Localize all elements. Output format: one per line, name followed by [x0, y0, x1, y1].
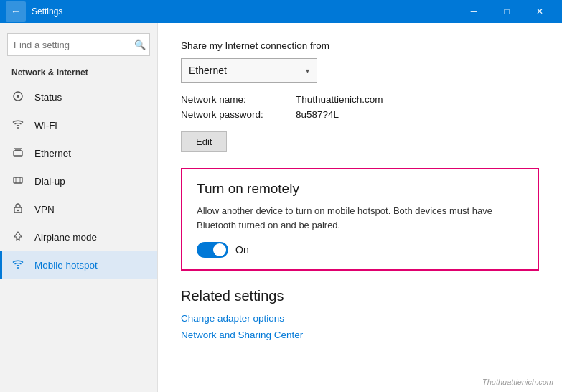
dialup-icon — [11, 174, 24, 188]
sidebar-item-hotspot[interactable]: Mobile hotspot — [0, 251, 157, 279]
sidebar-item-label: Ethernet — [34, 148, 71, 159]
remote-title: Turn on remotely — [197, 181, 523, 197]
sidebar-item-wifi[interactable]: Wi-Fi — [0, 111, 157, 139]
ethernet-dropdown[interactable]: Ethernet ▾ — [181, 58, 317, 83]
sidebar-item-ethernet[interactable]: Ethernet — [0, 139, 157, 167]
sidebar-item-vpn[interactable]: VPN — [0, 195, 157, 223]
svg-point-13 — [17, 267, 19, 269]
sidebar-item-status[interactable]: Status — [0, 83, 157, 111]
toggle-knob — [213, 243, 226, 256]
content-panel: Share my Internet connection from Ethern… — [158, 23, 562, 392]
remote-description: Allow another device to turn on mobile h… — [197, 204, 523, 232]
airplane-icon — [11, 230, 24, 244]
main-layout: 🔍 Network & Internet Status Wi-Fi — [0, 23, 562, 392]
sidebar-item-label: Wi-Fi — [34, 120, 57, 131]
network-password-label: Network password: — [181, 109, 296, 120]
sidebar-item-label: Dial-up — [34, 176, 65, 187]
network-name-label: Network name: — [181, 94, 296, 105]
toggle-row: On — [197, 242, 523, 258]
chevron-down-icon: ▾ — [306, 67, 309, 75]
dropdown-value: Ethernet — [189, 65, 227, 76]
wifi-icon — [11, 118, 24, 132]
related-settings-title: Related settings — [181, 288, 539, 304]
title-bar: ← Settings ─ □ ✕ — [0, 0, 562, 23]
svg-point-12 — [17, 210, 19, 211]
vpn-icon — [11, 202, 24, 216]
back-button[interactable]: ← — [6, 1, 26, 22]
change-adapter-options-link[interactable]: Change adapter options — [181, 313, 539, 324]
sidebar-item-label: Status — [34, 92, 62, 103]
watermark: Thuthuattienich.com — [482, 378, 553, 386]
sidebar-item-dialup[interactable]: Dial-up — [0, 167, 157, 195]
share-label: Share my Internet connection from — [181, 40, 539, 51]
sidebar: 🔍 Network & Internet Status Wi-Fi — [0, 23, 158, 392]
network-password-value: 8u587?4L — [296, 109, 339, 120]
search-box[interactable]: 🔍 — [7, 33, 150, 56]
network-sharing-center-link[interactable]: Network and Sharing Center — [181, 330, 539, 340]
sidebar-item-airplane[interactable]: Airplane mode — [0, 223, 157, 251]
window-title: Settings — [32, 6, 457, 17]
maximize-button[interactable]: □ — [490, 0, 523, 23]
sidebar-item-label: Airplane mode — [34, 232, 97, 243]
edit-button[interactable]: Edit — [181, 131, 227, 152]
turn-on-remotely-box: Turn on remotely Allow another device to… — [181, 168, 539, 271]
sidebar-item-label: VPN — [34, 204, 55, 215]
network-password-row: Network password: 8u587?4L — [181, 109, 539, 120]
status-icon — [11, 90, 24, 104]
sidebar-section-label: Network & Internet — [0, 65, 157, 83]
network-name-row: Network name: Thuthuattienich.com — [181, 94, 539, 105]
minimize-button[interactable]: ─ — [457, 0, 490, 23]
hotspot-icon — [11, 258, 24, 272]
search-icon: 🔍 — [134, 39, 146, 50]
search-input[interactable] — [14, 39, 134, 50]
remote-toggle[interactable] — [197, 242, 228, 258]
ethernet-icon — [11, 146, 24, 160]
close-button[interactable]: ✕ — [523, 0, 556, 23]
svg-point-2 — [17, 127, 19, 129]
network-name-value: Thuthuattienich.com — [296, 94, 383, 105]
toggle-label: On — [235, 244, 249, 256]
window-controls: ─ □ ✕ — [457, 0, 556, 23]
sidebar-item-label: Mobile hotspot — [34, 260, 98, 271]
svg-point-1 — [17, 95, 19, 98]
svg-rect-3 — [14, 151, 22, 156]
svg-rect-8 — [14, 177, 22, 183]
